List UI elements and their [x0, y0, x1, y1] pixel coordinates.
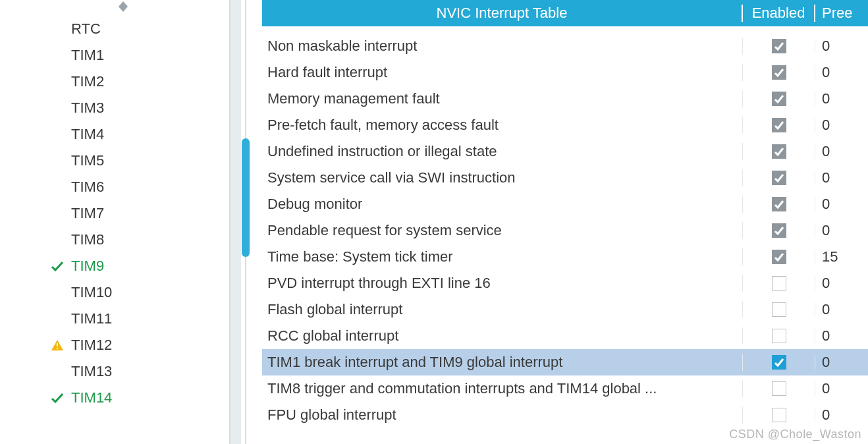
- enabled-checkbox: [772, 92, 786, 106]
- svg-marker-0: [119, 1, 128, 7]
- sidebar-item-tim5[interactable]: TIM5: [0, 148, 229, 174]
- sidebar-item-tim11[interactable]: TIM11: [0, 306, 229, 332]
- interrupt-name: RCC global interrupt: [262, 327, 743, 345]
- sidebar-item-label: TIM4: [46, 126, 104, 143]
- enabled-cell: [743, 381, 815, 396]
- enabled-checkbox: [772, 223, 786, 238]
- priority-cell[interactable]: 0: [815, 196, 868, 213]
- table-row[interactable]: TIM8 trigger and commutation interrupts …: [262, 375, 868, 402]
- sidebar-item-tim6[interactable]: TIM6: [0, 174, 229, 200]
- enabled-checkbox: [772, 144, 786, 159]
- enabled-checkbox[interactable]: [772, 302, 786, 317]
- svg-marker-1: [119, 7, 128, 12]
- table-row[interactable]: FPU global interrupt0: [262, 402, 868, 428]
- check-icon: [46, 393, 68, 403]
- warning-icon: [46, 339, 68, 351]
- sort-toggle-icon[interactable]: [119, 1, 128, 12]
- sidebar-item-tim12[interactable]: TIM12: [0, 332, 229, 358]
- nvic-table-panel: NVIC Interrupt Table Enabled Pree Non ma…: [262, 0, 868, 444]
- interrupt-name: Flash global interrupt: [262, 301, 743, 318]
- sidebar-item-tim10[interactable]: TIM10: [0, 279, 229, 306]
- enabled-cell: [743, 408, 815, 422]
- priority-cell[interactable]: 0: [815, 64, 868, 81]
- priority-cell[interactable]: 0: [815, 169, 868, 186]
- table-row[interactable]: Flash global interrupt0: [262, 296, 868, 323]
- priority-cell[interactable]: 0: [815, 380, 868, 397]
- enabled-cell: [743, 302, 815, 317]
- enabled-cell: [743, 65, 815, 80]
- sidebar-item-tim9[interactable]: TIM9: [0, 253, 229, 279]
- table-row[interactable]: Pendable request for system service0: [262, 217, 868, 244]
- sidebar-item-tim4[interactable]: TIM4: [0, 121, 229, 148]
- table-row[interactable]: Non maskable interrupt0: [262, 33, 868, 59]
- sidebar-item-rtc[interactable]: RTC: [0, 16, 229, 42]
- sidebar-item-tim7[interactable]: TIM7: [0, 200, 229, 227]
- column-header-priority[interactable]: Pree: [815, 5, 868, 22]
- priority-cell[interactable]: 0: [815, 354, 868, 371]
- peripheral-sidebar: RTCTIM1TIM2TIM3TIM4TIM5TIM6TIM7TIM8TIM9T…: [0, 0, 231, 444]
- panel-splitter[interactable]: [231, 0, 262, 444]
- column-header-name[interactable]: NVIC Interrupt Table: [262, 5, 743, 22]
- priority-cell[interactable]: 0: [815, 38, 868, 55]
- sidebar-item-label: TIM5: [46, 152, 104, 169]
- enabled-cell: [743, 39, 815, 53]
- priority-cell[interactable]: 0: [815, 406, 868, 424]
- sidebar-item-label: TIM6: [46, 179, 104, 196]
- enabled-cell: [743, 92, 815, 106]
- enabled-checkbox[interactable]: [772, 381, 786, 396]
- priority-cell[interactable]: 0: [815, 275, 868, 292]
- svg-rect-3: [57, 343, 58, 347]
- table-row[interactable]: PVD interrupt through EXTI line 160: [262, 270, 868, 296]
- enabled-checkbox[interactable]: [772, 329, 786, 343]
- sidebar-item-tim14[interactable]: TIM14: [0, 385, 229, 411]
- table-row[interactable]: TIM1 break interrupt and TIM9 global int…: [262, 349, 868, 375]
- interrupt-name: Memory management fault: [262, 90, 743, 107]
- table-row[interactable]: Pre-fetch fault, memory access fault0: [262, 112, 868, 138]
- check-icon: [46, 261, 68, 271]
- priority-cell[interactable]: 0: [815, 301, 868, 318]
- enabled-cell: [743, 118, 815, 132]
- table-row[interactable]: Memory management fault0: [262, 86, 868, 112]
- table-header-row: NVIC Interrupt Table Enabled Pree: [262, 0, 868, 26]
- column-header-enabled[interactable]: Enabled: [743, 5, 815, 22]
- table-row[interactable]: System service call via SWI instruction0: [262, 165, 868, 191]
- sidebar-item-label: TIM10: [46, 284, 112, 301]
- sidebar-item-label: TIM11: [46, 310, 112, 327]
- enabled-cell: [743, 197, 815, 211]
- sidebar-item-tim3[interactable]: TIM3: [0, 95, 229, 121]
- table-row[interactable]: Time base: System tick timer15: [262, 244, 868, 270]
- enabled-checkbox: [772, 171, 786, 185]
- enabled-cell: [743, 250, 815, 264]
- enabled-cell: [743, 223, 815, 238]
- sidebar-item-label: TIM7: [46, 205, 104, 222]
- priority-cell[interactable]: 0: [815, 327, 868, 345]
- table-row[interactable]: Debug monitor0: [262, 191, 868, 217]
- enabled-checkbox[interactable]: [772, 408, 786, 422]
- enabled-cell: [743, 144, 815, 159]
- interrupt-name: TIM1 break interrupt and TIM9 global int…: [262, 354, 743, 371]
- priority-cell[interactable]: 0: [815, 117, 868, 134]
- sidebar-item-tim8[interactable]: TIM8: [0, 227, 229, 253]
- table-row[interactable]: RCC global interrupt0: [262, 323, 868, 349]
- svg-rect-4: [57, 348, 58, 349]
- enabled-checkbox[interactable]: [772, 355, 786, 370]
- priority-cell[interactable]: 0: [815, 222, 868, 239]
- interrupt-name: Time base: System tick timer: [262, 248, 743, 265]
- sidebar-item-label: TIM13: [46, 363, 112, 380]
- sidebar-item-label: TIM3: [46, 99, 104, 117]
- priority-cell[interactable]: 0: [815, 143, 868, 160]
- sidebar-item-tim1[interactable]: TIM1: [0, 42, 229, 69]
- priority-cell[interactable]: 0: [815, 90, 868, 107]
- enabled-checkbox: [772, 250, 786, 264]
- scrollbar-thumb[interactable]: [242, 138, 250, 257]
- interrupt-name: Non maskable interrupt: [262, 38, 743, 55]
- sidebar-item-label: RTC: [46, 20, 101, 38]
- sidebar-item-tim13[interactable]: TIM13: [0, 358, 229, 385]
- sidebar-item-tim2[interactable]: TIM2: [0, 69, 229, 95]
- enabled-checkbox[interactable]: [772, 276, 786, 291]
- enabled-cell: [743, 355, 815, 370]
- table-row[interactable]: Hard fault interrupt0: [262, 59, 868, 86]
- priority-cell[interactable]: 15: [815, 248, 868, 265]
- table-row[interactable]: Undefined instruction or illegal state0: [262, 138, 868, 165]
- enabled-checkbox: [772, 65, 786, 80]
